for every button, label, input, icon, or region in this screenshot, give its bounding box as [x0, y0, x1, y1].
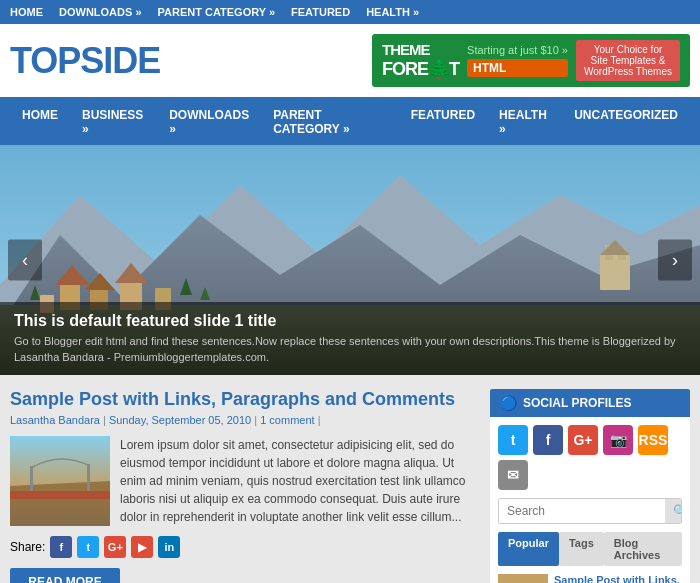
slider: This is default featured slide 1 title G… — [0, 145, 700, 375]
main-nav-downloads[interactable]: DOWNLOADS » — [157, 99, 261, 145]
social-profiles-widget: 🔵 SOCIAL PROFILES t f G+ 📷 RSS ✉ 🔍 Popu — [490, 389, 690, 583]
svg-marker-20 — [10, 481, 110, 526]
svg-rect-21 — [10, 491, 110, 499]
main-nav-business[interactable]: BUSINESS » — [70, 99, 157, 145]
header: TOPSIDE THEME FORE🌲T Starting at just $1… — [0, 24, 700, 99]
main-nav-home[interactable]: HOME — [10, 99, 70, 145]
slider-prev-button[interactable]: ‹ — [8, 240, 42, 281]
social-icon-widget: 🔵 — [500, 395, 517, 411]
tab-popular[interactable]: Popular — [498, 532, 559, 566]
share-facebook[interactable]: f — [50, 536, 72, 558]
svg-rect-15 — [600, 255, 630, 290]
googleplus-icon[interactable]: G+ — [568, 425, 598, 455]
header-ad-icon: THEME FORE🌲T — [382, 41, 459, 80]
post-share: Share: f t G+ ▶ in — [10, 536, 476, 558]
post-date: Sunday, September 05, 2010 — [109, 414, 251, 426]
top-nav-health[interactable]: HEALTH » — [366, 6, 419, 18]
main-content: Sample Post with Links, Paragraphs and C… — [10, 389, 476, 583]
post-body: Lorem ipsum dolor sit amet, consectetur … — [10, 436, 476, 526]
share-label: Share: — [10, 540, 45, 554]
post-text: Lorem ipsum dolor sit amet, consectetur … — [120, 436, 476, 526]
search-box: 🔍 — [498, 498, 682, 524]
instagram-icon[interactable]: 📷 — [603, 425, 633, 455]
search-input[interactable] — [499, 499, 665, 523]
main-nav-uncategorized[interactable]: UNCATEGORIZED — [562, 99, 690, 145]
article: Sample Post with Links, Paragraphs and C… — [10, 389, 476, 583]
tab-archives[interactable]: Blog Archives — [604, 532, 682, 566]
top-nav: HOME DOWNLOADS » PARENT CATEGORY » FEATU… — [0, 0, 700, 24]
header-ad[interactable]: THEME FORE🌲T Starting at just $10 » HTML… — [372, 34, 690, 87]
top-nav-featured[interactable]: FEATURED — [291, 6, 350, 18]
facebook-icon[interactable]: f — [533, 425, 563, 455]
slider-title: This is default featured slide 1 title — [14, 312, 686, 330]
mini-post-thumbnail — [498, 574, 548, 583]
sidebar: 🔵 SOCIAL PROFILES t f G+ 📷 RSS ✉ 🔍 Popu — [490, 389, 690, 583]
logo-side: SIDE — [80, 40, 160, 81]
read-more-button[interactable]: READ MORE — [10, 568, 120, 583]
share-googleplus[interactable]: G+ — [104, 536, 126, 558]
main-nav-parent-category[interactable]: PARENT CATEGORY » — [261, 99, 398, 145]
main-nav-health[interactable]: HEALTH » — [487, 99, 562, 145]
svg-rect-24 — [498, 574, 548, 583]
slider-overlay: This is default featured slide 1 title G… — [0, 302, 700, 375]
post-comments[interactable]: 1 comment — [260, 414, 314, 426]
twitter-icon[interactable]: t — [498, 425, 528, 455]
post-meta: Lasantha Bandara | Sunday, September 05,… — [10, 414, 476, 426]
svg-rect-22 — [30, 466, 33, 491]
tab-tags[interactable]: Tags — [559, 532, 604, 566]
mini-post-content: Sample Post with Links, Paragraphs and C… — [554, 574, 682, 583]
rss-icon[interactable]: RSS — [638, 425, 668, 455]
email-icon[interactable]: ✉ — [498, 460, 528, 490]
logo: TOPSIDE — [10, 40, 160, 82]
tabs: Popular Tags Blog Archives — [498, 532, 682, 566]
main-nav-featured[interactable]: FEATURED — [399, 99, 487, 145]
slider-next-button[interactable]: › — [658, 240, 692, 281]
share-youtube[interactable]: ▶ — [131, 536, 153, 558]
top-nav-downloads[interactable]: DOWNLOADS » — [59, 6, 142, 18]
post-author: Lasantha Bandara — [10, 414, 100, 426]
social-profiles-title: 🔵 SOCIAL PROFILES — [490, 389, 690, 417]
social-icons-list: t f G+ 📷 RSS ✉ — [498, 425, 682, 490]
top-nav-parent-category[interactable]: PARENT CATEGORY » — [158, 6, 276, 18]
social-profiles-body: t f G+ 📷 RSS ✉ 🔍 Popular Tags Blog Archi… — [490, 417, 690, 583]
post-title[interactable]: Sample Post with Links, Paragraphs and C… — [10, 389, 476, 410]
search-button[interactable]: 🔍 — [665, 499, 682, 523]
mini-post: Sample Post with Links, Paragraphs and C… — [498, 574, 682, 583]
share-twitter[interactable]: t — [77, 536, 99, 558]
svg-rect-23 — [87, 464, 90, 491]
header-ad-tagline: Starting at just $10 » HTML — [467, 44, 568, 77]
logo-top: TOP — [10, 40, 80, 81]
share-linkedin[interactable]: in — [158, 536, 180, 558]
content-area: Sample Post with Links, Paragraphs and C… — [0, 375, 700, 583]
top-nav-home[interactable]: HOME — [10, 6, 43, 18]
post-thumbnail — [10, 436, 110, 526]
slider-description: Go to Blogger edit html and find these s… — [14, 334, 686, 365]
header-ad-right: Your Choice forSite Templates &WordPress… — [576, 40, 680, 81]
mini-post-title[interactable]: Sample Post with Links, Paragraphs and C… — [554, 574, 682, 583]
main-nav: HOME BUSINESS » DOWNLOADS » PARENT CATEG… — [0, 99, 700, 145]
